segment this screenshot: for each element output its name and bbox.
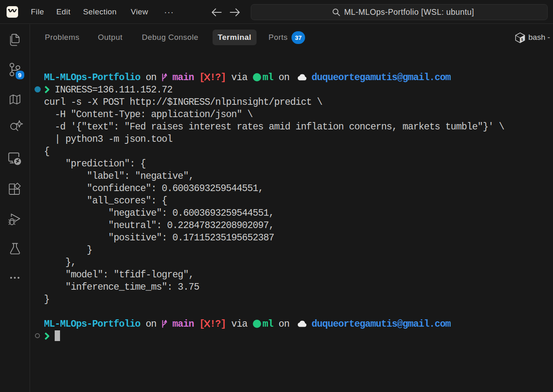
svg-text:$: $ bbox=[521, 38, 523, 42]
